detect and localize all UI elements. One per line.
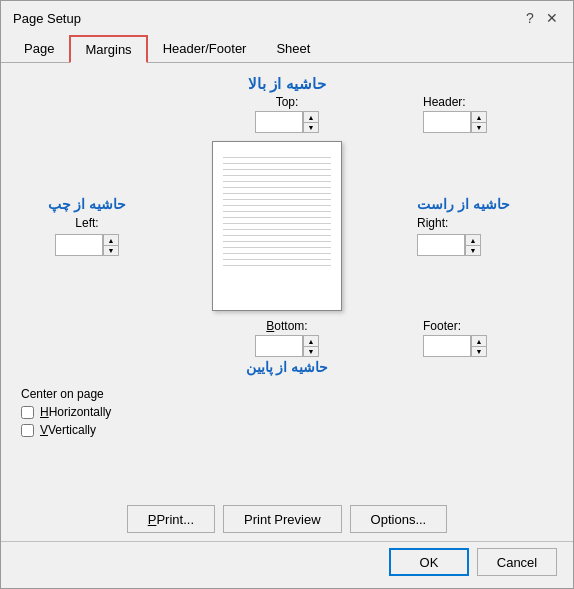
left-field-label: Left: xyxy=(75,216,98,230)
page-setup-dialog: Page Setup ? ✕ Page Margins Header/Foote… xyxy=(0,0,574,589)
left-input[interactable]: 0.7 xyxy=(55,234,103,256)
bottom-spin-down[interactable]: ▼ xyxy=(303,346,319,357)
preview-line xyxy=(223,260,331,266)
page-preview xyxy=(212,141,342,311)
bottom-spinner-btns: ▲ ▼ xyxy=(303,335,319,357)
header-spinner-btns: ▲ ▼ xyxy=(471,111,487,133)
bottom-input[interactable]: 0.75 xyxy=(255,335,303,357)
right-col: حاشیه از راست Right: 0.7 ▲ ▼ xyxy=(417,196,537,256)
tab-sheet[interactable]: Sheet xyxy=(261,35,325,63)
right-input[interactable]: 0.7 xyxy=(417,234,465,256)
print-preview-button[interactable]: Print Preview xyxy=(223,505,342,533)
right-field-label: Right: xyxy=(417,216,448,230)
title-bar: Page Setup ? ✕ xyxy=(1,1,573,31)
persian-top-label: حاشیه از بالا xyxy=(248,75,325,93)
preview-inner xyxy=(223,152,331,300)
cancel-button[interactable]: Cancel xyxy=(477,548,557,576)
right-spin-down[interactable]: ▼ xyxy=(465,245,481,256)
persian-bottom-label: حاشیه از پایین xyxy=(246,359,329,375)
close-button[interactable]: ✕ xyxy=(543,9,561,27)
ok-cancel-row: OK Cancel xyxy=(1,541,573,588)
bottom-spin-up[interactable]: ▲ xyxy=(303,335,319,346)
header-spin-up[interactable]: ▲ xyxy=(471,111,487,122)
left-spinner[interactable]: 0.7 ▲ ▼ xyxy=(55,234,119,256)
top-spin-down[interactable]: ▼ xyxy=(303,122,319,133)
title-icons: ? ✕ xyxy=(521,9,561,27)
tab-margins[interactable]: Margins xyxy=(69,35,147,63)
right-spinner-btns: ▲ ▼ xyxy=(465,234,481,256)
action-btn-row: PPrint... Print Preview Options... xyxy=(1,493,573,541)
vertically-label: VVertically xyxy=(40,423,96,437)
top-field-label: Top: xyxy=(276,95,299,109)
page-lines xyxy=(223,152,331,300)
bottom-spinner[interactable]: 0.75 ▲ ▼ xyxy=(255,335,319,357)
options-button[interactable]: Options... xyxy=(350,505,448,533)
left-col: حاشیه از چپ Left: 0.7 ▲ ▼ xyxy=(37,196,137,256)
footer-field-label: Footer: xyxy=(423,319,461,333)
persian-left-label: حاشیه از چپ xyxy=(48,196,127,212)
center-on-page: Center on page HHorizontally VVertically xyxy=(21,387,553,437)
persian-right-label: حاشیه از راست xyxy=(417,196,510,212)
header-spinner[interactable]: 0.3 ▲ ▼ xyxy=(423,111,487,133)
header-input[interactable]: 0.3 xyxy=(423,111,471,133)
tabs-bar: Page Margins Header/Footer Sheet xyxy=(1,35,573,63)
left-spin-up[interactable]: ▲ xyxy=(103,234,119,245)
top-spinner[interactable]: 0.75 ▲ ▼ xyxy=(255,111,319,133)
vertically-checkbox[interactable] xyxy=(21,424,34,437)
top-spin-up[interactable]: ▲ xyxy=(303,111,319,122)
footer-input[interactable]: 0.3 xyxy=(423,335,471,357)
help-button[interactable]: ? xyxy=(521,9,539,27)
horizontally-checkbox[interactable] xyxy=(21,406,34,419)
header-field-label: Header: xyxy=(423,95,466,109)
footer-spinner-btns: ▲ ▼ xyxy=(471,335,487,357)
left-spin-down[interactable]: ▼ xyxy=(103,245,119,256)
horizontally-row: HHorizontally xyxy=(21,405,553,419)
right-spinner[interactable]: 0.7 ▲ ▼ xyxy=(417,234,481,256)
center-on-page-title: Center on page xyxy=(21,387,553,401)
tab-header-footer[interactable]: Header/Footer xyxy=(148,35,262,63)
horizontally-label: HHorizontally xyxy=(40,405,111,419)
right-spin-up[interactable]: ▲ xyxy=(465,234,481,245)
footer-spinner[interactable]: 0.3 ▲ ▼ xyxy=(423,335,487,357)
content-area: حاشیه از بالا Top: 0.75 ▲ ▼ Header: 0.3 … xyxy=(1,63,573,493)
top-spinner-btns: ▲ ▼ xyxy=(303,111,319,133)
dialog-title: Page Setup xyxy=(13,11,81,26)
ok-button[interactable]: OK xyxy=(389,548,469,576)
bottom-field-label: Bottom: xyxy=(266,319,307,333)
vertically-row: VVertically xyxy=(21,423,553,437)
top-input[interactable]: 0.75 xyxy=(255,111,303,133)
left-spinner-btns: ▲ ▼ xyxy=(103,234,119,256)
footer-spin-up[interactable]: ▲ xyxy=(471,335,487,346)
footer-spin-down[interactable]: ▼ xyxy=(471,346,487,357)
print-button[interactable]: PPrint... xyxy=(127,505,215,533)
header-spin-down[interactable]: ▼ xyxy=(471,122,487,133)
tab-page[interactable]: Page xyxy=(9,35,69,63)
